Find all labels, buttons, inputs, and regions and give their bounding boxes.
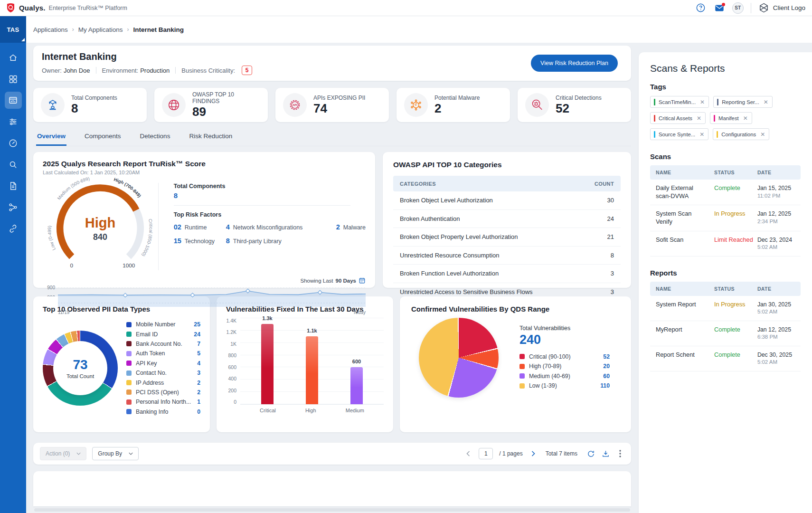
group-by-dropdown[interactable]: Group By: [92, 447, 139, 460]
tag-remove-icon[interactable]: ✕: [764, 99, 768, 105]
owasp-category-name: Unrestricted Access to Sensitive Busines…: [400, 288, 585, 295]
trend-ytick-900: 900: [43, 285, 55, 290]
criticality-label: Business Criticality:: [181, 67, 235, 74]
row-name: System Scan Venify: [656, 210, 714, 226]
legend-label: Medium (40-69): [529, 373, 603, 380]
tag-remove-icon[interactable]: ✕: [760, 132, 765, 137]
tab-overview[interactable]: Overview: [36, 133, 66, 146]
more-options-icon[interactable]: [616, 449, 624, 458]
calendar-icon[interactable]: [359, 277, 366, 284]
report-row[interactable]: Report SchentCompleteDec 30, 20255:02 AM: [650, 346, 801, 371]
qds-total-value: 240: [519, 332, 610, 347]
showing-range: 90 Days: [336, 278, 356, 284]
qds-legend-item: Critical (90-100)52: [519, 352, 610, 361]
tag-remove-icon[interactable]: ✕: [699, 132, 704, 137]
gauge-max: 1000: [123, 262, 136, 268]
pii-legend-item: Auth Token5: [126, 349, 200, 358]
tag-remove-icon[interactable]: ✕: [700, 99, 705, 105]
tab-risk-reduction[interactable]: Risk Reduction: [188, 133, 233, 146]
y-tick-label: 1K: [226, 341, 236, 347]
sidebar-item-risk-meter[interactable]: [5, 134, 22, 152]
sidebar-item-home[interactable]: [5, 49, 22, 66]
owasp-category-count: 8: [585, 252, 614, 259]
y-tick-label: 600: [226, 364, 236, 370]
tab-components[interactable]: Components: [84, 133, 122, 146]
refresh-icon[interactable]: [586, 449, 595, 458]
chevron-right-icon: ›: [127, 26, 129, 33]
page-number-input[interactable]: [479, 448, 493, 459]
help-icon[interactable]: [695, 2, 707, 14]
time-value: 5:02 AM: [757, 308, 795, 316]
sidebar-item-integrations[interactable]: [5, 199, 22, 216]
breadcrumb-my-applications[interactable]: My Applications: [78, 26, 123, 33]
tag-label: ScanTimeMin...: [659, 99, 696, 105]
sidebar-nav: [5, 49, 22, 237]
kpi-label: Potential Malware: [434, 95, 480, 101]
kpi-value: 74: [313, 102, 365, 115]
action-label: Action (0): [46, 450, 70, 457]
kpi-value: 8: [71, 102, 117, 115]
qds-legend-item: High (70-89)20: [519, 361, 610, 371]
name-column-header: NAME: [656, 170, 714, 175]
horizontal-scrollbar[interactable]: [34, 508, 630, 512]
left-sidebar: TAS: [0, 16, 26, 513]
sidebar-item-connectors[interactable]: [5, 220, 22, 237]
tag-remove-icon[interactable]: ✕: [743, 115, 748, 121]
sidebar-item-dashboards[interactable]: [5, 70, 22, 87]
scan-row[interactable]: System Scan VenifyIn ProgressJan 12, 202…: [650, 205, 801, 231]
next-page-button[interactable]: [529, 449, 538, 458]
scan-row[interactable]: Sofit ScanLimit ReachedDec 23, 20245:02 …: [650, 231, 801, 256]
legend-value: 7: [197, 341, 200, 347]
scan-row[interactable]: Daily External scan-DVWACompleteJan 15, …: [650, 180, 801, 205]
sidebar-item-filters[interactable]: [5, 113, 22, 130]
tags-list: ScanTimeMin...✕Reporting Ser...✕Critical…: [650, 96, 801, 140]
bar-column: 1.3k: [261, 318, 274, 404]
owasp-category-row: Broken Authentication24: [393, 210, 621, 228]
legend-swatch: [126, 351, 132, 356]
scans-section-label: Scans: [650, 152, 801, 161]
total-components-label: Total Components: [174, 183, 366, 190]
tag-color-bar: [717, 99, 718, 105]
brand-suffix: Enterprise TruRisk™ Platform: [49, 5, 127, 11]
top-risk-factors-label: Top Risk Factors: [174, 211, 366, 218]
legend-swatch: [519, 373, 525, 379]
risk-factor-item: 02Runtime: [174, 223, 226, 231]
date-column-header: DATE: [757, 286, 795, 292]
kpi-label: OWASP TOP 10 FINDINGS: [192, 91, 260, 104]
risk-factor-value: 2: [336, 223, 340, 231]
workspace-switcher[interactable]: TAS: [0, 16, 26, 43]
tab-detections[interactable]: Detections: [139, 133, 171, 146]
risk-factor-value: 8: [226, 237, 230, 245]
sidebar-item-applications[interactable]: [5, 92, 22, 109]
risk-factor-item: 8Third-party Library: [226, 237, 336, 245]
previous-page-button[interactable]: [464, 449, 472, 458]
tag-chip: Configurations✕: [713, 128, 769, 140]
pii-legend-item: PCI DSS (Open)2: [126, 388, 200, 397]
mail-icon[interactable]: [714, 2, 725, 14]
app-meta: Owner: John Doe Environment: Production …: [42, 66, 252, 75]
pii-legend-item: API Key4: [126, 359, 200, 368]
legend-value: 0: [197, 408, 200, 415]
legend-swatch: [126, 390, 132, 395]
tags-section-label: Tags: [650, 83, 801, 91]
view-risk-reduction-plan-button[interactable]: View Risk Reduction Plan: [531, 55, 618, 72]
risk-factor-item: 4Network Misconfigurations: [226, 223, 336, 231]
report-row[interactable]: System ReportIn ProgressJan 30, 20255:02…: [650, 296, 801, 321]
action-dropdown[interactable]: Action (0): [40, 447, 86, 460]
download-icon[interactable]: [601, 449, 610, 458]
sidebar-item-search[interactable]: [5, 156, 22, 173]
report-row[interactable]: MyReportCompleteJan 12, 20256:38 PM: [650, 321, 801, 346]
risk-factor-value: 4: [226, 223, 230, 231]
legend-value: 5: [197, 350, 200, 357]
legend-value: 25: [194, 321, 200, 328]
tag-remove-icon[interactable]: ✕: [697, 115, 701, 121]
bar-column: 600: [350, 318, 363, 404]
trurisk-score-card: 2025 Qualys Research Report TruRisk™ Sco…: [33, 152, 375, 288]
avatar[interactable]: ST: [732, 2, 744, 14]
breadcrumb-applications[interactable]: Applications: [33, 26, 68, 33]
sidebar-item-documents[interactable]: [5, 177, 22, 194]
bar-x-label: Critical: [260, 408, 276, 413]
row-name: MyReport: [656, 326, 714, 334]
top-bar: Qualys. Enterprise TruRisk™ Platform ST …: [0, 0, 812, 16]
globe-icon: [162, 93, 186, 117]
